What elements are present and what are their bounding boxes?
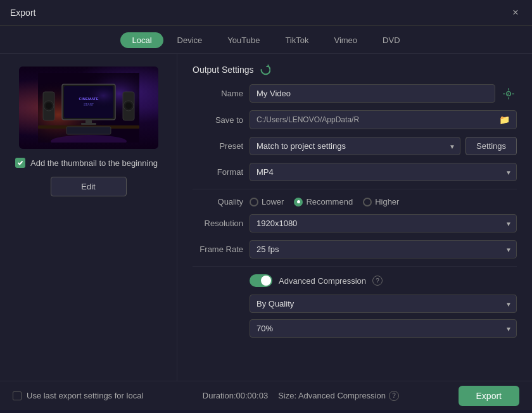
bottom-bar: Use last export settings for local Durat… (0, 381, 532, 410)
thumbnail-checkbox-row: Add the thumbnail to the beginning (15, 158, 158, 168)
name-value-container: AI (250, 84, 517, 103)
name-label: Name (193, 89, 243, 98)
dialog-title: Export (10, 8, 35, 18)
compression-options: By Quality ▼ 70% ▼ (193, 295, 517, 338)
quality-row: Quality Lower Recommend Higher (193, 197, 517, 206)
frame-rate-value-container: 25 fps ▼ (250, 240, 517, 258)
preset-select-wrapper: Match to project settings ▼ (250, 137, 460, 155)
quality-radio-group: Lower Recommend Higher (250, 197, 399, 206)
size-label: Size: Advanced Compression (278, 391, 386, 400)
main-content: CINEMATE START (0, 54, 532, 381)
svg-text:START: START (84, 103, 94, 106)
divider-1 (193, 189, 517, 189)
svg-text:AI: AI (507, 92, 511, 96)
preset-settings-button[interactable]: Settings (466, 137, 517, 155)
svg-rect-8 (64, 86, 113, 118)
preset-row: Preset Match to project settings ▼ Setti… (193, 137, 517, 155)
tab-dvd[interactable]: DVD (371, 32, 411, 48)
size-info: Size: Advanced Compression ? (278, 391, 399, 401)
quality-lower-radio[interactable] (250, 198, 258, 206)
divider-2 (193, 266, 517, 267)
quality-recommend-radio[interactable] (294, 198, 303, 206)
quality-higher-radio[interactable] (363, 198, 372, 206)
svg-rect-12 (81, 123, 96, 125)
preset-select[interactable]: Match to project settings (250, 137, 460, 155)
by-quality-select-wrapper: By Quality ▼ (250, 295, 517, 313)
preset-value-container: Match to project settings ▼ Settings (250, 137, 517, 155)
quality-higher-option[interactable]: Higher (363, 197, 399, 206)
advanced-compression-toggle[interactable] (250, 274, 272, 287)
quality-percent-select[interactable]: 70% (250, 319, 517, 338)
close-button[interactable]: × (509, 6, 522, 19)
format-select[interactable]: MP4 (250, 163, 517, 181)
duration-display: Duration:00:00:03 (203, 391, 268, 400)
svg-text:CINEMATE: CINEMATE (79, 97, 98, 101)
frame-rate-select-wrapper: 25 fps ▼ (250, 240, 517, 258)
resolution-select-wrapper: 1920x1080 ▼ (250, 214, 517, 232)
title-bar: Export × (0, 0, 532, 26)
folder-icon[interactable]: 📁 (499, 115, 510, 125)
thumbnail-preview: CINEMATE START (19, 67, 158, 149)
resolution-select[interactable]: 1920x1080 (250, 214, 517, 232)
save-to-label: Save to (193, 115, 243, 125)
quality-recommend-label: Recommend (306, 197, 353, 206)
save-path-display[interactable]: C:/Users/LENOVO/AppData/R 📁 (250, 110, 517, 129)
resolution-row: Resolution 1920x1080 ▼ (193, 214, 517, 232)
advanced-compression-label: Advanced Compression (279, 276, 366, 286)
use-last-settings-checkbox[interactable] (13, 391, 22, 400)
tab-youtube[interactable]: YouTube (216, 32, 271, 48)
refresh-icon[interactable] (259, 64, 270, 75)
name-input[interactable] (250, 84, 495, 103)
export-button[interactable]: Export (459, 386, 519, 406)
quality-higher-label: Higher (375, 197, 399, 206)
quality-lower-option[interactable]: Lower (250, 197, 284, 206)
name-row: Name AI (193, 84, 517, 103)
right-panel: Output Settings Name AI (177, 54, 532, 381)
save-path-text: C:/Users/LENOVO/AppData/R (256, 115, 359, 124)
add-thumbnail-checkbox[interactable] (15, 158, 25, 168)
frame-rate-row: Frame Rate 25 fps ▼ (193, 240, 517, 258)
format-select-wrapper: MP4 ▼ (250, 163, 517, 181)
format-row: Format MP4 ▼ (193, 163, 517, 181)
toggle-knob (261, 276, 271, 286)
thumbnail-image: CINEMATE START (19, 67, 158, 149)
quality-percent-select-wrapper: 70% ▼ (250, 319, 517, 338)
resolution-label: Resolution (193, 219, 243, 228)
quality-recommend-option[interactable]: Recommend (294, 197, 353, 206)
frame-rate-select[interactable]: 25 fps (250, 240, 517, 258)
advanced-compression-row: Advanced Compression ? (193, 274, 517, 287)
add-thumbnail-label: Add the thumbnail to the beginning (30, 158, 158, 168)
format-label: Format (193, 167, 243, 177)
ai-button[interactable]: AI (500, 86, 517, 102)
tab-tiktok[interactable]: TikTok (274, 32, 320, 48)
thumbnail-scene: CINEMATE START (38, 73, 139, 143)
svg-rect-17 (66, 127, 111, 134)
by-quality-select[interactable]: By Quality (250, 295, 517, 313)
bottom-center: Duration:00:00:03 Size: Advanced Compres… (203, 391, 399, 401)
tab-bar: Local Device YouTube TikTok Vimeo DVD (0, 26, 532, 54)
quality-lower-label: Lower (262, 197, 284, 206)
tab-device[interactable]: Device (166, 32, 214, 48)
use-last-settings-label: Use last export settings for local (27, 391, 143, 400)
output-settings-title: Output Settings (193, 65, 254, 75)
format-value-container: MP4 ▼ (250, 163, 517, 181)
tab-vimeo[interactable]: Vimeo (322, 32, 369, 48)
frame-rate-label: Frame Rate (193, 245, 243, 254)
resolution-value-container: 1920x1080 ▼ (250, 214, 517, 232)
quality-label: Quality (193, 197, 243, 206)
output-settings-header: Output Settings (193, 64, 517, 75)
save-to-value-container: C:/Users/LENOVO/AppData/R 📁 (250, 110, 517, 129)
tab-local[interactable]: Local (120, 32, 163, 48)
preset-label: Preset (193, 141, 243, 151)
svg-point-15 (125, 103, 132, 109)
edit-button[interactable]: Edit (51, 177, 127, 196)
left-panel: CINEMATE START (0, 54, 177, 381)
save-to-row: Save to C:/Users/LENOVO/AppData/R 📁 (193, 110, 517, 129)
size-help-icon[interactable]: ? (389, 391, 399, 401)
advanced-compression-help-icon[interactable]: ? (372, 276, 383, 286)
svg-point-5 (46, 103, 52, 109)
bottom-left: Use last export settings for local (13, 391, 143, 400)
